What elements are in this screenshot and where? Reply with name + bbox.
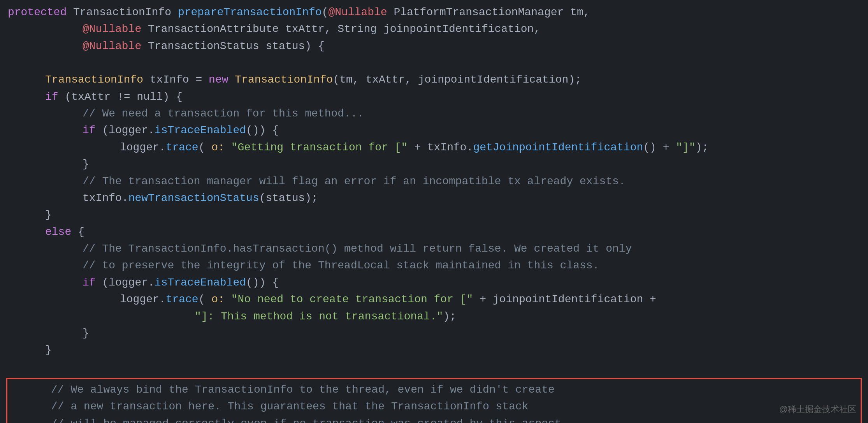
highlight-line-3: // will be managed correctly even if no …: [14, 415, 854, 423]
watermark-text: @稀土掘金技术社区: [779, 403, 856, 416]
code-line-13: else {: [0, 224, 868, 240]
code-line-1: protected TransactionInfo prepareTransac…: [0, 4, 868, 21]
code-line-15: // to preserve the integrity of the Thre…: [0, 257, 868, 274]
highlight-line-1: // We always bind the TransactionInfo to…: [14, 381, 854, 398]
code-line-2: @Nullable TransactionAttribute txAttr, S…: [0, 21, 868, 37]
blank-line-1: [0, 55, 868, 71]
code-line-19: }: [0, 325, 868, 342]
code-line-20: }: [0, 342, 868, 358]
highlight-line-2: // a new transaction here. This guarante…: [14, 398, 854, 415]
code-line-10: // The transaction manager will flag an …: [0, 173, 868, 190]
code-line-4: TransactionInfo txInfo = new Transaction…: [0, 71, 868, 88]
code-line-18: "]: This method is not transactional." )…: [0, 308, 868, 325]
code-line-14: // The TransactionInfo.hasTransaction() …: [0, 240, 868, 257]
code-line-6: // We need a transaction for this method…: [0, 105, 868, 122]
code-line-11: txInfo. newTransactionStatus (status);: [0, 190, 868, 206]
code-line-3: @Nullable TransactionStatus status) {: [0, 38, 868, 55]
code-line-8: logger. trace ( o: "Getting transaction …: [0, 139, 868, 156]
code-line-16: if (logger. isTraceEnabled ()) {: [0, 274, 868, 291]
keyword-protected: protected: [8, 4, 67, 21]
code-line-5: if (txAttr != null) {: [0, 88, 868, 105]
blank-line-2: [0, 359, 868, 375]
code-line-12: }: [0, 206, 868, 223]
code-container: protected TransactionInfo prepareTransac…: [0, 0, 868, 423]
code-line-7: if (logger. isTraceEnabled ()) {: [0, 122, 868, 139]
code-line-9: }: [0, 156, 868, 173]
highlighted-section: // We always bind the TransactionInfo to…: [6, 378, 862, 423]
code-line-17: logger. trace ( o: "No need to create tr…: [0, 291, 868, 308]
method-name: prepareTransactionInfo: [178, 4, 322, 21]
